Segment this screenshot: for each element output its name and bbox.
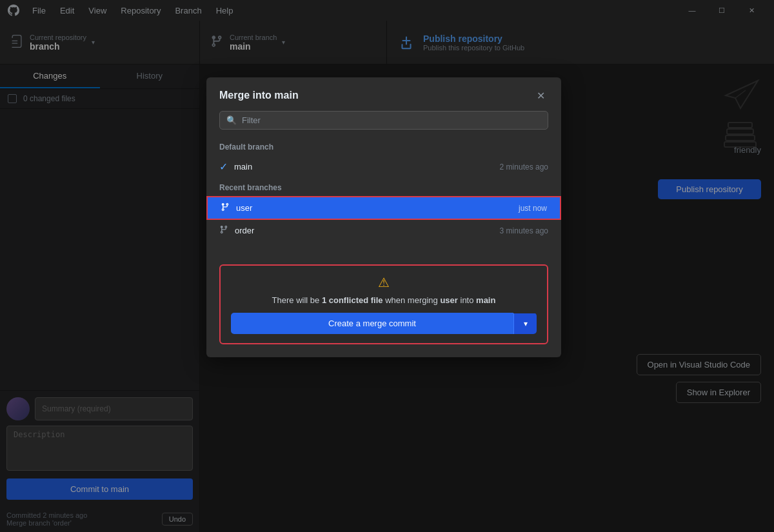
branch-name-user: user <box>236 203 519 213</box>
branch-icon-user <box>221 202 230 213</box>
conflict-text-mid: when merging <box>383 295 441 305</box>
create-merge-commit-button[interactable]: Create a merge commit <box>231 313 513 334</box>
filter-input-wrap: 🔍 <box>219 111 548 130</box>
branch-time-order: 3 minutes ago <box>500 226 548 235</box>
modal-header: Merge into main ✕ <box>206 77 561 111</box>
recent-branches-label: Recent branches <box>206 178 561 196</box>
conflict-text-pre: There will be <box>272 295 322 305</box>
merge-commit-wrap: Create a merge commit ▾ <box>231 313 537 334</box>
branch-name-main: main <box>234 162 500 172</box>
modal-overlay: Merge into main ✕ 🔍 Default branch ✓ mai… <box>0 0 774 532</box>
warning-icon: ⚠ <box>378 275 390 290</box>
merge-modal: Merge into main ✕ 🔍 Default branch ✓ mai… <box>206 77 561 357</box>
branch-name-order: order <box>235 226 500 235</box>
modal-title-prefix: Merge into <box>219 90 274 101</box>
branch-item-order[interactable]: order 3 minutes ago <box>206 220 561 241</box>
branch-time-main: 2 minutes ago <box>500 163 548 172</box>
conflict-section: ⚠ There will be 1 conflicted file when m… <box>219 264 548 344</box>
conflict-branch-name: user <box>440 295 457 305</box>
modal-filter: 🔍 <box>206 111 561 137</box>
conflict-text: There will be 1 conflicted file when mer… <box>231 295 537 305</box>
merge-dropdown-button[interactable]: ▾ <box>513 313 537 334</box>
filter-search-icon: 🔍 <box>226 115 237 125</box>
modal-close-button[interactable]: ✕ <box>533 88 548 103</box>
checkmark-icon: ✓ <box>219 161 228 173</box>
modal-title-branch: main <box>274 90 298 101</box>
conflict-text-post: into <box>458 295 476 305</box>
conflict-target-name: main <box>476 295 495 305</box>
conflict-warning: ⚠ <box>231 275 537 290</box>
conflict-count: 1 conflicted file <box>322 295 383 305</box>
branch-time-user: just now <box>519 204 547 213</box>
filter-input[interactable] <box>242 115 541 125</box>
branch-icon-order <box>219 225 228 236</box>
modal-title: Merge into main <box>219 90 299 101</box>
branch-item-main[interactable]: ✓ main 2 minutes ago <box>206 155 561 178</box>
branch-item-user[interactable]: user just now <box>208 197 560 219</box>
default-branch-label: Default branch <box>206 137 561 155</box>
